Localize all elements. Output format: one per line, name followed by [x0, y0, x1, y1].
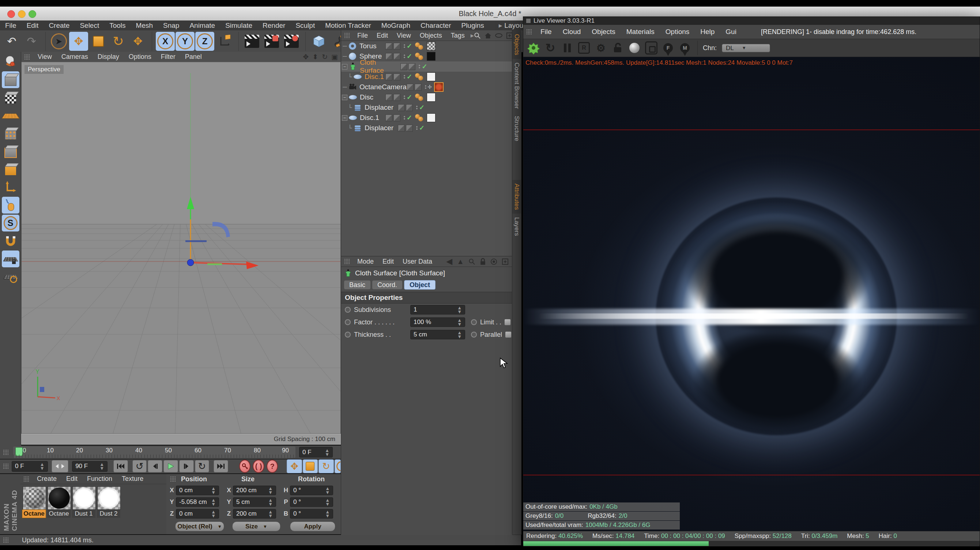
object-properties-header[interactable]: Object Properties [341, 292, 512, 304]
object-row-cloth-surface[interactable]: – Cloth Surface ✓ [341, 62, 512, 72]
texture-tag-icon[interactable] [427, 72, 436, 81]
vp-menu-panel[interactable]: Panel [180, 53, 207, 61]
zoom-window-button[interactable] [29, 10, 36, 18]
render-visibility-toggle[interactable] [406, 104, 413, 111]
tab-layers[interactable]: Layers [512, 213, 521, 240]
material-tag-icon[interactable] [415, 94, 425, 101]
texture-tag-icon[interactable] [427, 52, 436, 61]
om-menu-view[interactable]: View [392, 32, 415, 40]
editor-visibility-toggle[interactable] [385, 43, 392, 50]
tab-coord[interactable]: Coord. [372, 280, 402, 289]
snap-s-icon[interactable]: S [2, 215, 19, 232]
keyframe-selection-button[interactable]: ? [267, 460, 278, 473]
vp-menu-view[interactable]: View [33, 53, 57, 61]
editor-visibility-toggle[interactable] [385, 114, 392, 121]
render-visibility-toggle[interactable] [393, 43, 401, 50]
attr-menu-edit[interactable]: Edit [378, 258, 398, 265]
vp-menu-filter[interactable]: Filter [156, 53, 180, 61]
menu-animate[interactable]: Animate [184, 22, 220, 30]
render-visibility-toggle[interactable] [409, 63, 415, 70]
menu-overflow-icon[interactable]: ▸ [471, 32, 474, 40]
menu-snap[interactable]: Snap [158, 22, 184, 30]
render-settings-button[interactable] [282, 32, 301, 51]
key-parameter-toggle[interactable] [334, 459, 341, 473]
vp-menu-cameras[interactable]: Cameras [57, 53, 93, 61]
play-backwards-loop-button[interactable]: ↺ [132, 460, 147, 472]
menu-render[interactable]: Render [258, 22, 290, 30]
thickness-field[interactable]: 5 cm▲▼ [410, 330, 465, 339]
minimize-window-button[interactable] [18, 10, 25, 18]
render-visibility-toggle[interactable] [393, 73, 401, 81]
texture-tag-icon[interactable] [427, 93, 436, 102]
workplane-lock-icon[interactable] [2, 251, 19, 267]
target-icon[interactable] [490, 258, 497, 265]
panel-handle[interactable] [344, 259, 350, 264]
lv-menu-help[interactable]: Help [695, 28, 720, 36]
lock-icon[interactable] [480, 258, 486, 265]
octane-camera-tag-icon[interactable] [434, 82, 444, 92]
menu-file[interactable]: File [0, 22, 22, 30]
lock-x-axis-button[interactable]: X [156, 32, 175, 51]
range-arrows-button[interactable] [52, 460, 69, 472]
material-thumbnail[interactable] [72, 486, 96, 510]
picture-in-picture-icon[interactable] [644, 41, 659, 55]
key-scale-toggle[interactable] [303, 459, 318, 473]
rotation-b-field[interactable]: 0 °▲▼ [290, 509, 333, 518]
material-picker-pin-icon[interactable]: M [678, 41, 692, 55]
coords-mode-dropdown[interactable]: Object (Rel)▼ [175, 521, 224, 531]
mat-menu-function[interactable]: Function [82, 475, 117, 483]
panel-handle[interactable] [526, 29, 532, 35]
add-primitive-cube-button[interactable] [309, 32, 328, 51]
stepper-icon[interactable]: ▲▼ [325, 448, 329, 456]
autokey-button[interactable]: ( ) [253, 460, 264, 473]
material-label-octane2[interactable]: Octane [47, 510, 71, 518]
coordinate-system-button[interactable] [215, 32, 234, 51]
viewport-solo-icon[interactable] [2, 197, 19, 213]
render-to-picture-viewer-button[interactable] [262, 32, 281, 51]
render-visibility-toggle[interactable] [393, 94, 401, 101]
stepper-icon[interactable]: ▲▼ [40, 462, 45, 470]
visibility-dots[interactable] [404, 95, 405, 100]
key-rotation-toggle[interactable]: ↻ [318, 459, 334, 473]
play-button[interactable] [164, 460, 178, 472]
lock-z-axis-button[interactable]: Z [195, 32, 214, 51]
history-forward-icon[interactable]: ▲ [457, 258, 464, 266]
material-tag-icon[interactable] [415, 73, 425, 81]
enabled-check-icon[interactable]: ✓ [419, 124, 425, 132]
make-editable-icon[interactable] [2, 53, 19, 70]
enabled-check-icon[interactable]: ✓ [407, 73, 412, 81]
om-menu-file[interactable]: File [353, 32, 372, 40]
vp-menu-display[interactable]: Display [93, 53, 124, 61]
viewport-camera-label[interactable]: Perspective [24, 65, 64, 74]
visibility-dots[interactable] [425, 85, 426, 89]
editor-visibility-toggle[interactable] [385, 94, 392, 101]
enabled-check-icon[interactable]: ✓ [419, 103, 425, 111]
eye-icon[interactable] [495, 33, 503, 38]
material-thumbnail[interactable] [23, 486, 46, 510]
search-icon[interactable] [474, 32, 481, 39]
key-circle-icon[interactable] [471, 332, 477, 337]
pause-render-icon[interactable] [560, 41, 574, 55]
previous-frame-button[interactable] [148, 460, 162, 472]
polygons-mode-icon[interactable] [2, 161, 19, 178]
menu-motion-tracker[interactable]: Motion Tracker [320, 22, 376, 30]
key-circle-icon[interactable] [345, 319, 351, 325]
enabled-check-icon[interactable]: ✓ [407, 114, 412, 122]
timeline-ruler[interactable]: 0 10 20 30 40 50 60 70 80 90 [13, 447, 296, 458]
apply-button[interactable]: Apply [290, 521, 335, 531]
panel-handle[interactable] [170, 476, 176, 482]
points-mode-icon[interactable] [2, 125, 19, 142]
goto-end-button[interactable] [213, 460, 228, 472]
lv-menu-file[interactable]: File [535, 28, 557, 36]
octane-logo-icon[interactable] [526, 41, 541, 55]
coords-size-dropdown[interactable]: Size▼ [232, 521, 280, 531]
tab-attributes[interactable]: Attributes [512, 180, 521, 213]
lv-menu-cloud[interactable]: Cloud [557, 28, 587, 36]
mat-menu-edit[interactable]: Edit [61, 475, 82, 483]
enabled-check-icon[interactable]: ✓ [407, 93, 412, 101]
position-y-field[interactable]: -5.058 cm▲▼ [176, 498, 219, 507]
workplane-rotate-icon[interactable] [2, 269, 19, 285]
factor-field[interactable]: 100 %▲▼ [410, 318, 465, 327]
rotation-p-field[interactable]: 0 °▲▼ [290, 498, 333, 507]
visibility-dots[interactable] [404, 54, 405, 59]
